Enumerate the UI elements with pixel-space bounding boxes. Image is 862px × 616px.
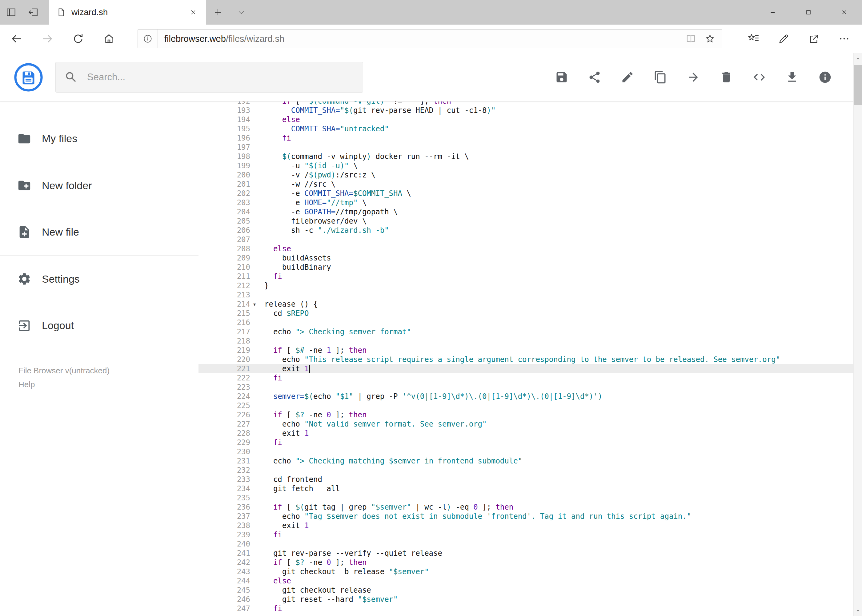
tab-wizard-sh[interactable]: wizard.sh: [49, 0, 206, 25]
fold-marker-icon[interactable]: ▾: [250, 300, 264, 309]
delete-button[interactable]: [720, 71, 733, 84]
code-button[interactable]: [752, 71, 766, 84]
code-line-203[interactable]: 203 -e HOME="//tmp" \: [199, 198, 853, 207]
browser-menu-button[interactable]: [829, 25, 859, 53]
code-line-204[interactable]: 204 -e GOPATH=//tmp/gopath \: [199, 207, 853, 217]
code-line-199[interactable]: 199 -u "$(id -u)" \: [199, 161, 853, 170]
maximize-button[interactable]: [791, 0, 826, 25]
code-line-205[interactable]: 205 filebrowser/dev \: [199, 217, 853, 226]
code-line-230[interactable]: 230: [199, 447, 853, 456]
code-line-206[interactable]: 206 sh -c "./wizard.sh -b": [199, 226, 853, 235]
code-line-193[interactable]: 193 COMMIT_SHA="$(git rev-parse HEAD | c…: [199, 106, 853, 115]
code-line-201[interactable]: 201 -w //src \: [199, 179, 853, 189]
new-tab-button[interactable]: [206, 0, 230, 25]
code-line-212[interactable]: 212}: [199, 281, 853, 290]
save-button[interactable]: [555, 71, 569, 84]
code-line-210[interactable]: 210 buildBinary: [199, 262, 853, 272]
code-line-231[interactable]: 231 echo "> Checking matching $semver in…: [199, 456, 853, 466]
code-line-195[interactable]: 195 COMMIT_SHA="untracked": [199, 124, 853, 134]
code-line-220[interactable]: 220 echo "This release script requires a…: [199, 355, 853, 364]
code-line-192[interactable]: 192 if [ "$(command -v git)" != "" ]; th…: [199, 102, 853, 106]
search-input[interactable]: [87, 72, 354, 83]
home-button[interactable]: [93, 25, 124, 53]
sidebar-item-settings[interactable]: Settings: [0, 256, 199, 302]
code-line-242[interactable]: 242 if [ $? -ne 0 ]; then: [199, 558, 853, 567]
code-line-200[interactable]: 200 -v /$(pwd):/src:z \: [199, 170, 853, 179]
code-line-246[interactable]: 246 git reset --hard "$semver": [199, 595, 853, 604]
reading-view-button[interactable]: [681, 30, 700, 48]
download-button[interactable]: [785, 71, 799, 84]
code-line-227[interactable]: 227 echo "Not valid semver format. See s…: [199, 420, 853, 429]
code-line-194[interactable]: 194 else: [199, 115, 853, 124]
code-line-240[interactable]: 240: [199, 539, 853, 548]
code-line-207[interactable]: 207: [199, 235, 853, 244]
url-text[interactable]: filebrowser.web/files/wizard.sh: [164, 34, 681, 44]
code-line-236[interactable]: 236 if [ $(git tag | grep "$semver" | wc…: [199, 503, 853, 512]
code-line-197[interactable]: 197: [199, 143, 853, 152]
code-line-243[interactable]: 243 git checkout -b release "$semver": [199, 567, 853, 576]
share-button[interactable]: [588, 71, 601, 84]
code-line-247[interactable]: 247 fi: [199, 604, 853, 613]
code-line-202[interactable]: 202 -e COMMIT_SHA=$COMMIT_SHA \: [199, 189, 853, 198]
forward-button[interactable]: [32, 25, 63, 53]
set-tabs-aside-button[interactable]: [22, 0, 44, 25]
address-bar[interactable]: filebrowser.web/files/wizard.sh: [137, 29, 722, 48]
minimize-button[interactable]: [755, 0, 791, 25]
code-line-221[interactable]: 221 exit 1: [199, 364, 853, 373]
code-line-214[interactable]: 214▾release () {: [199, 300, 853, 309]
web-notes-button[interactable]: [769, 25, 799, 53]
search-box[interactable]: [55, 62, 363, 93]
code-line-233[interactable]: 233 cd frontend: [199, 475, 853, 484]
code-line-217[interactable]: 217 echo "> Checking semver format": [199, 327, 853, 336]
code-line-225[interactable]: 225: [199, 401, 853, 410]
code-line-218[interactable]: 218: [199, 336, 853, 346]
code-line-222[interactable]: 222 fi: [199, 373, 853, 383]
code-line-237[interactable]: 237 echo "Tag $semver does not exist in …: [199, 512, 853, 521]
close-window-button[interactable]: [826, 0, 862, 25]
code-line-223[interactable]: 223: [199, 383, 853, 392]
scroll-down-button[interactable]: [854, 605, 862, 616]
code-line-239[interactable]: 239 fi: [199, 530, 853, 539]
copy-button[interactable]: [654, 71, 667, 84]
code-line-245[interactable]: 245 git checkout release: [199, 586, 853, 595]
tab-close-button[interactable]: [186, 6, 200, 19]
hub-button[interactable]: [739, 25, 769, 53]
code-line-219[interactable]: 219 if [ $# -ne 1 ]; then: [199, 346, 853, 355]
refresh-button[interactable]: [63, 25, 93, 53]
code-line-216[interactable]: 216: [199, 318, 853, 327]
page-scrollbar[interactable]: [853, 53, 862, 616]
code-line-228[interactable]: 228 exit 1: [199, 429, 853, 438]
code-line-235[interactable]: 235: [199, 493, 853, 503]
code-line-211[interactable]: 211 fi: [199, 272, 853, 281]
sidebar-item-my-files[interactable]: My files: [0, 115, 199, 162]
code-line-198[interactable]: 198 $(command -v winpty) docker run --rm…: [199, 152, 853, 161]
code-line-209[interactable]: 209 buildAssets: [199, 253, 853, 262]
code-line-196[interactable]: 196 fi: [199, 134, 853, 143]
sidebar-item-new-folder[interactable]: New folder: [0, 162, 199, 209]
filebrowser-logo[interactable]: [14, 63, 43, 92]
tabs-set-aside-panel-button[interactable]: [0, 0, 22, 25]
scrollbar-thumb[interactable]: [854, 65, 862, 105]
code-line-224[interactable]: 224 semver=$(echo "$1" | grep -P '^v(0|[…: [199, 392, 853, 401]
favorite-button[interactable]: [700, 30, 720, 48]
code-line-215[interactable]: 215 cd $REPO: [199, 309, 853, 318]
code-line-208[interactable]: 208 else: [199, 244, 853, 253]
code-line-213[interactable]: 213: [199, 290, 853, 300]
move-button[interactable]: [687, 71, 700, 84]
site-info-button[interactable]: [138, 30, 158, 48]
code-line-238[interactable]: 238 exit 1: [199, 521, 853, 530]
help-link[interactable]: Help: [19, 380, 35, 389]
edit-button[interactable]: [621, 71, 634, 84]
code-line-244[interactable]: 244 else: [199, 576, 853, 586]
code-line-232[interactable]: 232: [199, 466, 853, 475]
sidebar-item-logout[interactable]: Logout: [0, 302, 199, 349]
share-page-button[interactable]: [799, 25, 829, 53]
tab-preview-toggle[interactable]: [230, 0, 253, 25]
sidebar-item-new-file[interactable]: New file: [0, 209, 199, 256]
back-button[interactable]: [1, 25, 32, 53]
code-editor[interactable]: 192 if [ "$(command -v git)" != "" ]; th…: [199, 102, 853, 616]
code-line-226[interactable]: 226 if [ $? -ne 0 ]; then: [199, 410, 853, 420]
code-line-241[interactable]: 241 git rev-parse --verify --quiet relea…: [199, 548, 853, 558]
info-button[interactable]: [818, 71, 832, 84]
scroll-up-button[interactable]: [854, 53, 862, 64]
